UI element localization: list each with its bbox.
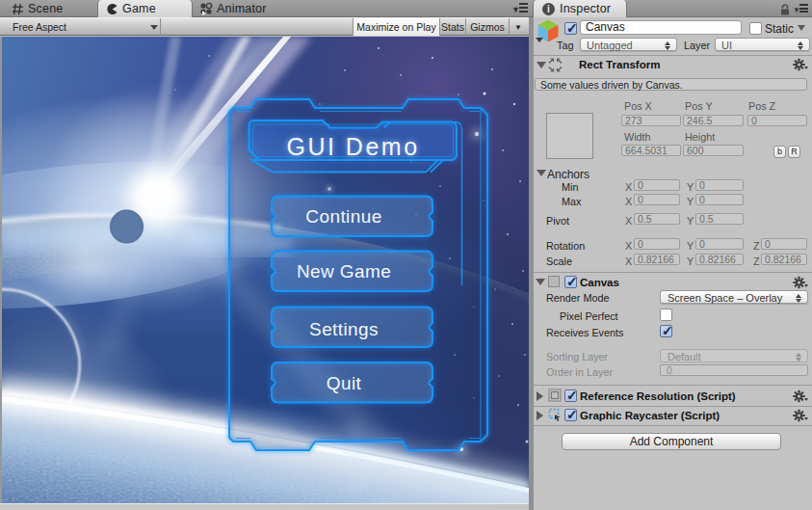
svg-text:Quit: Quit	[327, 373, 362, 393]
svg-text:GUI Demo: GUI Demo	[286, 133, 419, 160]
svg-text:Continue: Continue	[305, 206, 381, 227]
svg-text:Settings: Settings	[309, 319, 379, 339]
svg-text:New Game: New Game	[297, 261, 391, 282]
